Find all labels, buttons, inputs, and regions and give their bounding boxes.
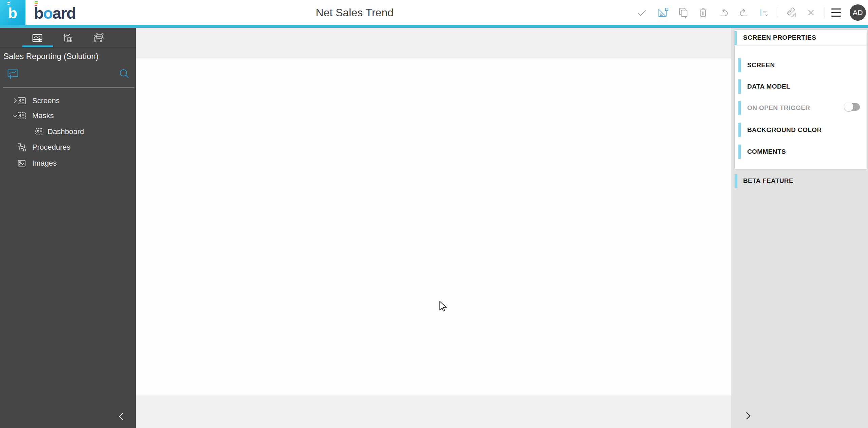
wordmark-dash-orange xyxy=(35,3,38,4)
sidebar-item-label: Screens xyxy=(32,96,60,105)
redo-button[interactable] xyxy=(738,7,750,18)
tab-layout[interactable] xyxy=(91,31,106,45)
prop-item-label: SCREEN xyxy=(747,58,775,73)
toolbar-separator xyxy=(825,7,825,18)
design-ruler-button[interactable] xyxy=(786,7,797,18)
beta-feature-label[interactable]: BETA FEATURE xyxy=(743,174,793,188)
accent-bar xyxy=(735,174,737,188)
board-logo-letter: b xyxy=(8,6,17,21)
accent-bar xyxy=(735,31,737,45)
solution-name: Sales Reporting (Solution) xyxy=(3,52,98,61)
duplicate-button[interactable] xyxy=(677,7,689,18)
screens-icon xyxy=(17,96,26,105)
accent-bar xyxy=(738,101,741,115)
menu-icon[interactable] xyxy=(831,8,841,17)
capture-workspace xyxy=(136,28,731,428)
discard-button[interactable] xyxy=(805,7,817,18)
prop-item-label: COMMENTS xyxy=(747,144,786,159)
accent-bar xyxy=(738,58,741,72)
divider xyxy=(735,45,867,46)
wordmark-dash-red xyxy=(35,5,37,6)
prop-item-screen[interactable]: SCREEN xyxy=(735,58,867,73)
add-capture-icon[interactable] xyxy=(6,67,20,81)
wordmark-rest: ard xyxy=(52,5,76,21)
images-icon xyxy=(17,159,26,168)
sidebar-item-label: Images xyxy=(32,159,57,168)
board-wordmark: board xyxy=(34,4,76,21)
accent-bar xyxy=(738,145,741,159)
sidebar-item-label: Masks xyxy=(32,111,54,120)
expand-panel-icon[interactable] xyxy=(742,410,753,421)
on-open-trigger-toggle[interactable] xyxy=(848,103,860,111)
board-logo-square[interactable]: b xyxy=(0,0,25,25)
sidebar-item-dashboard[interactable]: Dashboard xyxy=(0,124,136,139)
sidebar-item-label: Procedures xyxy=(32,143,71,152)
wordmark-o: o xyxy=(43,5,52,21)
sidebar-item-label: Dashboard xyxy=(48,127,84,136)
align-options-button[interactable] xyxy=(758,7,770,18)
sidebar-item-images[interactable]: Images xyxy=(0,156,136,171)
accent-bar xyxy=(738,123,741,137)
properties-header: SCREEN PROPERTIES xyxy=(743,30,816,45)
tab-analysis[interactable] xyxy=(60,31,75,45)
toolbar-separator xyxy=(778,7,778,18)
properties-panel: SCREEN PROPERTIES SCREEN DATA MODEL ON O… xyxy=(731,28,868,428)
undo-button[interactable] xyxy=(718,7,730,18)
avatar[interactable]: AD xyxy=(850,4,866,21)
wordmark-b: b xyxy=(34,5,43,21)
prop-item-label: DATA MODEL xyxy=(747,79,790,94)
avatar-initials: AD xyxy=(853,8,863,17)
logo-dash xyxy=(7,4,10,5)
prop-item-data-model[interactable]: DATA MODEL xyxy=(735,79,867,94)
prop-item-on-open-trigger[interactable]: ON OPEN TRIGGER xyxy=(735,100,867,115)
toggle-knob xyxy=(844,102,853,111)
search-icon[interactable] xyxy=(117,67,131,81)
tab-capture[interactable] xyxy=(30,31,45,45)
screen-properties-card: SCREEN PROPERTIES SCREEN DATA MODEL ON O… xyxy=(735,30,867,169)
prop-item-comments[interactable]: COMMENTS xyxy=(735,144,867,159)
masks-icon xyxy=(17,111,26,120)
divider xyxy=(0,47,136,48)
search-underline xyxy=(3,87,134,88)
sidebar-item-screens[interactable]: Screens xyxy=(0,93,136,108)
logo-dash xyxy=(7,2,10,3)
mask-icon xyxy=(35,127,44,136)
wordmark-dash-green xyxy=(35,1,38,2)
prop-item-label: BACKGROUND COLOR xyxy=(747,123,822,137)
procedures-icon xyxy=(17,143,26,152)
capture-sidebar: Sales Reporting (Solution) xyxy=(0,28,136,428)
confirm-button[interactable] xyxy=(636,7,647,18)
collapse-sidebar-icon[interactable] xyxy=(116,411,127,422)
accent-divider xyxy=(0,25,868,28)
select-scale-tool-button[interactable] xyxy=(657,7,668,18)
prop-item-background-color[interactable]: BACKGROUND COLOR xyxy=(735,123,867,137)
accent-bar xyxy=(738,79,741,94)
screen-canvas[interactable] xyxy=(136,58,731,395)
sidebar-item-masks[interactable]: Masks xyxy=(0,108,136,123)
prop-item-label: ON OPEN TRIGGER xyxy=(747,100,810,115)
screen-title: Net Sales Trend xyxy=(287,0,422,25)
delete-button[interactable] xyxy=(697,7,709,18)
sidebar-item-procedures[interactable]: Procedures xyxy=(0,140,136,155)
top-bar: b board Net Sales Trend xyxy=(0,0,868,25)
